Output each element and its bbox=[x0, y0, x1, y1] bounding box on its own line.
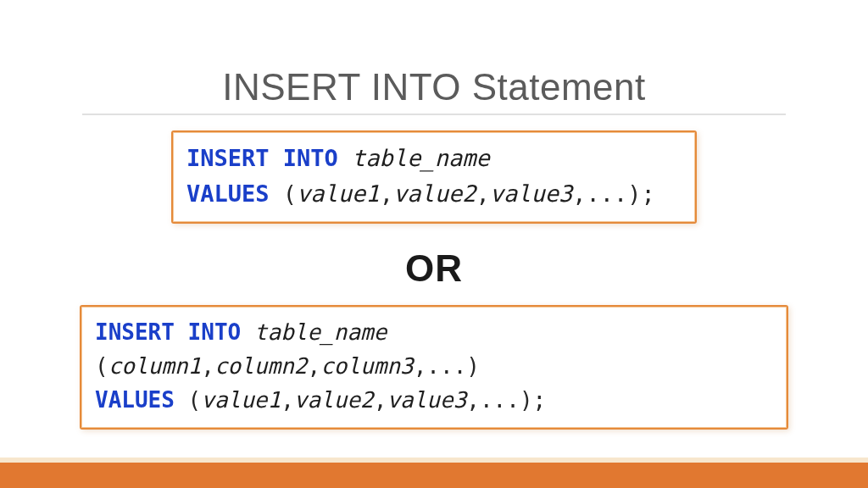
identifier-column: column3 bbox=[320, 353, 414, 379]
keyword-values: VALUES bbox=[186, 180, 270, 207]
code-line: INSERT INTO table_name (column1,column2,… bbox=[95, 315, 773, 384]
keyword-insert: INSERT bbox=[95, 319, 175, 345]
comma: , bbox=[476, 180, 489, 207]
identifier-table: table_name bbox=[352, 145, 490, 171]
paren-close: ); bbox=[627, 180, 655, 207]
paren-close: ) bbox=[466, 353, 480, 379]
identifier-value: value1 bbox=[201, 387, 281, 413]
identifier-value: value2 bbox=[294, 387, 374, 413]
paren-open: ( bbox=[188, 387, 202, 413]
footer-accent-bottom bbox=[0, 463, 868, 488]
identifier-value: value2 bbox=[393, 180, 476, 207]
comma: , bbox=[380, 180, 393, 207]
comma: , bbox=[374, 387, 387, 413]
ellipsis: ... bbox=[480, 387, 520, 413]
ellipsis: ... bbox=[426, 353, 466, 379]
page-title: INSERT INTO Statement bbox=[0, 66, 868, 108]
ellipsis: ... bbox=[587, 180, 628, 207]
or-separator: OR bbox=[0, 247, 868, 290]
paren-open: ( bbox=[95, 353, 108, 379]
identifier-column: column2 bbox=[214, 353, 308, 379]
title-underline bbox=[82, 114, 786, 115]
code-line: VALUES (value1,value2,value3,...); bbox=[186, 176, 682, 212]
keyword-into: INTO bbox=[188, 319, 242, 345]
code-block-2: INSERT INTO table_name (column1,column2,… bbox=[80, 305, 788, 430]
identifier-value: value3 bbox=[490, 180, 573, 207]
paren-close: ); bbox=[520, 387, 546, 413]
comma: , bbox=[281, 387, 294, 413]
comma: , bbox=[307, 353, 320, 379]
paren-open: ( bbox=[283, 180, 297, 207]
code-line: INSERT INTO table_name bbox=[186, 141, 682, 176]
identifier-column: column1 bbox=[108, 353, 202, 379]
identifier-table: table_name bbox=[254, 319, 387, 345]
code-block-1: INSERT INTO table_name VALUES (value1,va… bbox=[171, 130, 697, 224]
footer-bar bbox=[0, 458, 868, 488]
keyword-values: VALUES bbox=[95, 387, 175, 413]
keyword-into: INTO bbox=[283, 145, 338, 171]
comma: , bbox=[572, 180, 586, 207]
code-line: VALUES (value1,value2,value3,...); bbox=[95, 383, 773, 417]
identifier-value: value3 bbox=[387, 387, 466, 413]
comma: , bbox=[414, 353, 427, 379]
comma: , bbox=[466, 387, 480, 413]
identifier-value: value1 bbox=[297, 180, 380, 207]
keyword-insert: INSERT bbox=[186, 145, 270, 171]
comma: , bbox=[201, 353, 214, 379]
